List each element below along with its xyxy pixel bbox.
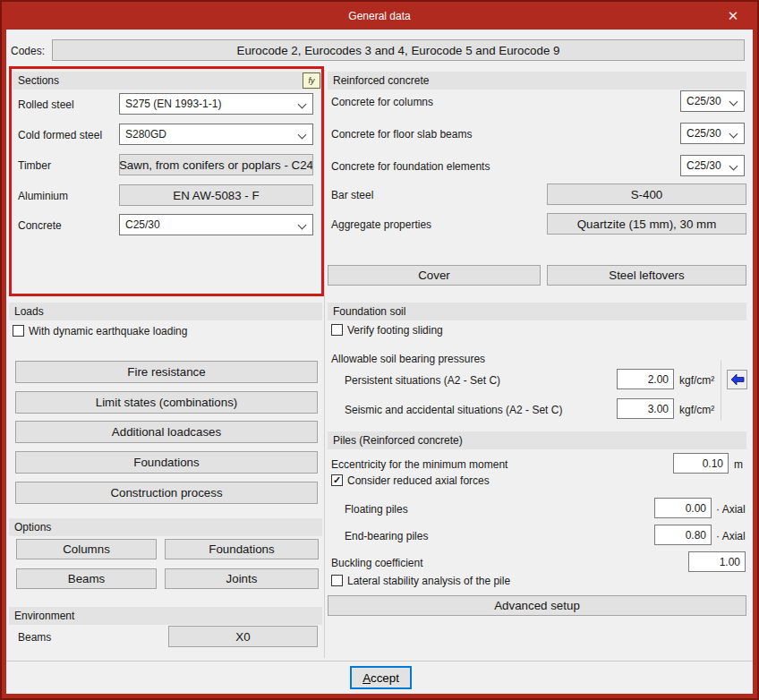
seismic-situations-label: Seismic and accidental situations (A2 - …: [345, 404, 562, 416]
foundation-soil-title: Foundation soil: [333, 305, 405, 318]
titlebar: General data ✕: [2, 2, 757, 30]
accept-button[interactable]: Accept: [350, 666, 412, 689]
additional-loadcases-button[interactable]: Additional loadcases: [15, 421, 318, 443]
reinforced-concrete-header: Reinforced concrete: [328, 72, 746, 90]
buckling-coefficient-input[interactable]: 1.00: [688, 551, 746, 572]
cold-formed-steel-select[interactable]: S280GD: [119, 124, 313, 145]
concrete-columns-select[interactable]: C25/30: [680, 90, 745, 112]
sections-title: Sections: [18, 74, 59, 87]
loads-header: Loads: [9, 303, 322, 320]
environment-beams-button[interactable]: X0: [168, 626, 318, 647]
rolled-steel-select[interactable]: S275 (EN 1993-1-1): [119, 93, 313, 115]
bar-steel-button[interactable]: S-400: [547, 184, 746, 205]
dynamic-earthquake-label: With dynamic earthquake loading: [29, 325, 187, 337]
dynamic-earthquake-checkbox[interactable]: [13, 325, 24, 337]
seismic-pressure-unit: kgf/cm²: [679, 404, 714, 416]
general-data-dialog: General data ✕ Codes: Eurocode 2, Euroco…: [0, 0, 759, 700]
chevron-down-icon: [298, 221, 307, 230]
rolled-steel-label: Rolled steel: [18, 98, 74, 111]
chevron-down-icon: [729, 130, 738, 139]
verify-footing-sliding-label: Verify footing sliding: [347, 324, 443, 337]
chevron-down-icon: [298, 131, 307, 140]
timber-button[interactable]: Sawn, from conifers or poplars - C24: [119, 154, 313, 175]
persistent-situations-label: Persistent situations (A2 - Set C): [345, 374, 500, 387]
construction-process-button[interactable]: Construction process: [15, 482, 318, 504]
options-title: Options: [14, 521, 51, 534]
fy-icon[interactable]: fy: [303, 73, 320, 89]
aggregate-properties-label: Aggregate properties: [331, 218, 431, 231]
reduced-axial-forces-checkbox[interactable]: ✓: [331, 474, 343, 486]
eccentricity-input[interactable]: 0.10: [673, 453, 729, 474]
persistent-pressure-unit: kgf/cm²: [679, 374, 714, 387]
end-bearing-piles-unit: · Axial: [716, 530, 746, 542]
chevron-down-icon: [729, 162, 738, 171]
dialog-title: General data: [348, 10, 410, 22]
copy-value-arrow-button[interactable]: [727, 370, 747, 389]
verify-footing-sliding-checkbox[interactable]: [331, 324, 343, 336]
allowable-pressures-label: Allowable soil bearing pressures: [331, 353, 485, 365]
buckling-coefficient-label: Buckling coefficient: [331, 557, 423, 569]
seismic-pressure-input[interactable]: 3.00: [617, 398, 674, 419]
end-bearing-piles-label: End-bearing piles: [345, 530, 428, 542]
close-icon[interactable]: ✕: [721, 5, 745, 27]
floating-piles-unit: · Axial: [716, 503, 746, 516]
cold-formed-steel-label: Cold formed steel: [18, 129, 102, 141]
floating-piles-input[interactable]: 0.00: [654, 498, 712, 518]
concrete-floor-slab-select[interactable]: C25/30: [680, 123, 745, 144]
pressure-divider: [721, 360, 721, 421]
concrete-columns-label: Concrete for columns: [331, 96, 433, 108]
lateral-stability-checkbox[interactable]: [331, 575, 343, 586]
environment-header: Environment: [9, 607, 322, 625]
concrete-foundation-select[interactable]: C25/30: [680, 155, 745, 176]
options-joints-button[interactable]: Joints: [165, 568, 319, 589]
chevron-down-icon: [298, 100, 307, 109]
eccentricity-unit: m: [734, 458, 743, 471]
chevron-down-icon: [729, 98, 738, 107]
persistent-pressure-input[interactable]: 2.00: [617, 369, 674, 389]
options-columns-button[interactable]: Columns: [16, 539, 157, 559]
aggregate-properties-button[interactable]: Quartzite (15 mm), 30 mm: [547, 213, 746, 235]
codes-label: Codes:: [11, 45, 45, 57]
options-beams-button[interactable]: Beams: [16, 568, 157, 589]
steel-leftovers-button[interactable]: Steel leftovers: [547, 265, 746, 286]
environment-title: Environment: [14, 610, 74, 622]
options-header: Options: [9, 518, 322, 536]
reduced-axial-forces-label: Consider reduced axial forces: [347, 474, 490, 487]
concrete-floor-slab-label: Concrete for floor slab beams: [331, 128, 472, 141]
timber-label: Timber: [18, 159, 51, 172]
end-bearing-piles-input[interactable]: 0.80: [654, 525, 712, 545]
reinforced-concrete-title: Reinforced concrete: [333, 74, 429, 87]
foundations-button[interactable]: Foundations: [15, 451, 318, 474]
loads-title: Loads: [14, 305, 44, 318]
eccentricity-label: Eccentricity for the minimum moment: [331, 458, 507, 471]
environment-beams-label: Beams: [18, 631, 51, 644]
bar-steel-label: Bar steel: [331, 189, 373, 201]
lateral-stability-label: Lateral stability analysis of the pile: [347, 575, 510, 587]
sections-header: Sections: [13, 72, 320, 90]
cover-button[interactable]: Cover: [328, 265, 541, 286]
blue-left-arrow-icon: [730, 373, 745, 386]
limit-states-button[interactable]: Limit states (combinations): [15, 391, 318, 414]
fire-resistance-button[interactable]: Fire resistance: [15, 361, 318, 383]
dialog-content: Codes: Eurocode 2, Eurocodes 3 and 4, Eu…: [6, 30, 753, 694]
footer-divider: [6, 661, 753, 662]
codes-button[interactable]: Eurocode 2, Eurocodes 3 and 4, Eurocode …: [52, 39, 745, 61]
floating-piles-label: Floating piles: [345, 503, 408, 516]
foundation-soil-header: Foundation soil: [328, 303, 746, 320]
aluminium-label: Aluminium: [18, 190, 68, 202]
piles-header: Piles (Reinforced concrete): [328, 431, 746, 449]
piles-title: Piles (Reinforced concrete): [333, 434, 463, 447]
options-foundations-button[interactable]: Foundations: [165, 539, 319, 559]
concrete-foundation-label: Concrete for foundation elements: [331, 160, 490, 173]
column-divider: [324, 70, 325, 658]
aluminium-button[interactable]: EN AW-5083 - F: [119, 184, 313, 206]
concrete-label: Concrete: [18, 219, 62, 232]
advanced-setup-button[interactable]: Advanced setup: [328, 595, 746, 616]
concrete-select[interactable]: C25/30: [119, 214, 313, 235]
